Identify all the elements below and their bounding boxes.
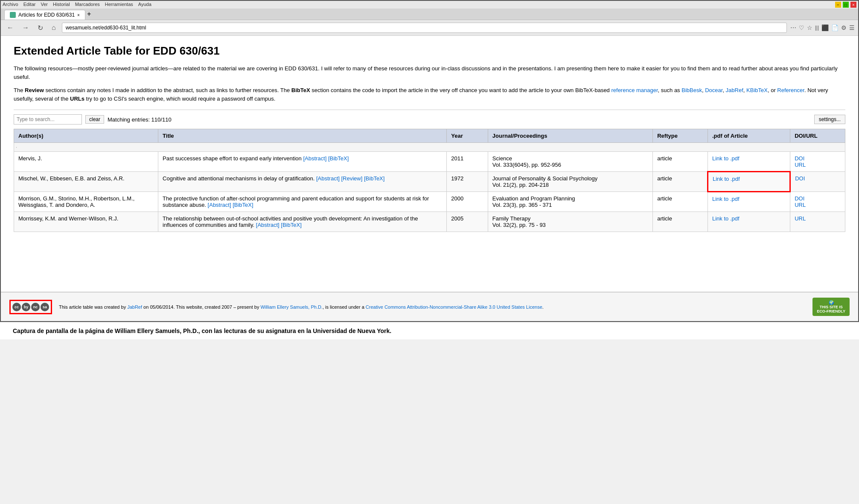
- doi-link-doi[interactable]: DOI: [795, 155, 804, 162]
- hamburger-icon[interactable]: ☰: [849, 24, 855, 31]
- header-title: Title: [158, 129, 447, 143]
- table-row: Morrissey, K.M. and Werner-Wilson, R.J.T…: [14, 212, 845, 232]
- cell-journal: Journal of Personality & Social Psycholo…: [488, 172, 652, 192]
- navigation-bar: ← → ↻ ⌂ ⋯ ♡ ☆ ||| ⬛ 📄 ⚙ ☰: [1, 20, 858, 36]
- pdf-link[interactable]: Link to .pdf: [712, 196, 740, 202]
- title-link-bibtex[interactable]: [BibTeX]: [233, 202, 253, 208]
- search-input[interactable]: [14, 114, 82, 125]
- cell-year: 2000: [447, 192, 488, 212]
- cell-author: Mervis, J.: [14, 152, 158, 172]
- jabref-footer-link[interactable]: JabRef: [127, 304, 142, 310]
- cell-pdf: Link to .pdf: [708, 152, 790, 172]
- page-title: Extended Article Table for EDD 630/631: [14, 44, 845, 58]
- page-caption: Captura de pantalla de la página de Will…: [0, 322, 859, 339]
- creative-commons-badge: cc by nc sa: [9, 300, 52, 314]
- cell-year: 2005: [447, 212, 488, 232]
- pdf-link[interactable]: Link to .pdf: [713, 176, 740, 182]
- tab-title: Articles for EDD 630/631: [18, 12, 75, 18]
- doi-link-doi[interactable]: DOI: [795, 175, 805, 182]
- jabref-link[interactable]: JabRef: [726, 87, 743, 93]
- title-link-bibtex[interactable]: [BibTeX]: [364, 175, 384, 182]
- bibtex-bold: BibTeX: [291, 87, 310, 93]
- reader-icon[interactable]: |||: [815, 25, 819, 31]
- cell-reftype: article: [653, 152, 708, 172]
- eco-earth-icon: 🌍: [817, 300, 845, 305]
- header-journal: Journal/Proceedings: [488, 129, 652, 143]
- cell-author: Mischel, W., Ebbesen, E.B. and Zeiss, A.…: [14, 172, 158, 192]
- footer-text: This article table was created by JabRef…: [59, 304, 544, 310]
- cell-doi: DOI: [790, 172, 845, 192]
- cell-pdf: Link to .pdf: [708, 192, 790, 212]
- new-tab-button[interactable]: +: [85, 9, 93, 20]
- doi-link-url[interactable]: URL: [795, 162, 806, 168]
- title-link-review[interactable]: [Review]: [341, 175, 363, 182]
- doi-link-url[interactable]: URL: [795, 215, 806, 222]
- urls-bold: URLs: [70, 96, 84, 102]
- pdf-icon[interactable]: 📄: [831, 24, 839, 31]
- pdf-link[interactable]: Link to .pdf: [712, 215, 740, 222]
- url-bar[interactable]: [62, 23, 787, 33]
- minimize-button[interactable]: −: [835, 2, 841, 8]
- menu-ayuda[interactable]: Ayuda: [138, 2, 151, 8]
- cell-pdf: Link to .pdf: [708, 212, 790, 232]
- doi-link-url[interactable]: URL: [795, 202, 806, 208]
- cell-title: The protective function of after-school …: [158, 192, 447, 212]
- browser-window: Archivo Editar Ver Historial Marcadores …: [0, 0, 859, 322]
- title-link-abstract[interactable]: [Abstract]: [303, 155, 326, 162]
- review-bold: Review: [25, 87, 44, 93]
- cc-license-link[interactable]: Creative Commons Attribution-Noncommerci…: [366, 304, 542, 310]
- divider-1: [14, 110, 845, 110]
- reload-button[interactable]: ↻: [35, 23, 46, 33]
- cell-doi: URL: [790, 212, 845, 232]
- pocket-icon[interactable]: ♡: [799, 24, 804, 31]
- nc-icon: nc: [31, 303, 40, 311]
- doi-link-doi[interactable]: DOI: [795, 195, 804, 202]
- forward-button[interactable]: →: [20, 23, 32, 32]
- header-pdf: .pdf of Article: [708, 129, 790, 143]
- active-tab[interactable]: Articles for EDD 630/631 ×: [4, 10, 85, 20]
- docear-link[interactable]: Docear: [705, 87, 722, 93]
- settings-icon[interactable]: ⚙: [841, 24, 847, 31]
- bibbesk-link[interactable]: BibBesk: [681, 87, 702, 93]
- header-doi: DOI/URL: [790, 129, 845, 143]
- table-row: Morrison, G.M., Storino, M.H., Robertson…: [14, 192, 845, 212]
- menu-herramientas[interactable]: Herramientas: [105, 2, 133, 8]
- back-button[interactable]: ←: [4, 23, 16, 32]
- kbibtex-link[interactable]: KBibTeX: [746, 87, 768, 93]
- menu-archivo[interactable]: Archivo: [3, 2, 18, 8]
- title-link-abstract[interactable]: [Abstract]: [256, 222, 280, 228]
- reference-manager-link[interactable]: reference manager: [611, 87, 658, 93]
- menu-marcadores[interactable]: Marcadores: [75, 2, 100, 8]
- close-button[interactable]: ×: [850, 2, 856, 8]
- menu-historial[interactable]: Historial: [53, 2, 70, 8]
- bookmark-icon[interactable]: ☆: [807, 24, 812, 31]
- author-link[interactable]: William Ellery Samuels, Ph.D.: [260, 304, 322, 310]
- clear-button[interactable]: clear: [85, 115, 104, 124]
- menu-ver[interactable]: Ver: [41, 2, 48, 8]
- cell-journal: Evaluation and Program PlanningVol. 23(3…: [488, 192, 652, 212]
- maximize-button[interactable]: □: [843, 2, 849, 8]
- tab-close-button[interactable]: ×: [77, 13, 80, 17]
- search-bar: clear Matching entries: 110/110 settings…: [14, 114, 845, 125]
- cell-doi: DOIURL: [790, 192, 845, 212]
- screenshot-icon[interactable]: ⬛: [821, 24, 829, 31]
- menu-editar[interactable]: Editar: [23, 2, 36, 8]
- settings-button[interactable]: settings...: [814, 115, 845, 124]
- table-row: Mervis, J.Past successes shape effort to…: [14, 152, 845, 172]
- home-button[interactable]: ⌂: [49, 23, 58, 32]
- header-author: Author(s): [14, 129, 158, 143]
- referencer-link[interactable]: Referencer: [777, 87, 804, 93]
- title-link-bibtex[interactable]: [BibTeX]: [281, 222, 301, 228]
- title-link-abstract[interactable]: [Abstract]: [208, 202, 231, 208]
- menu-icon[interactable]: ⋯: [790, 24, 796, 31]
- title-link-abstract[interactable]: [Abstract]: [316, 175, 340, 182]
- cc-icon: cc: [12, 303, 21, 311]
- intro-paragraph-2: The Review sections contain any notes I …: [14, 86, 845, 103]
- cell-reftype: article: [653, 212, 708, 232]
- cell-title: Cognitive and attentional mechanisms in …: [158, 172, 447, 192]
- eco-friendly-badge: 🌍 THIS SITE IS ECO-FRIENDLY: [812, 298, 850, 316]
- table-row: Mischel, W., Ebbesen, E.B. and Zeiss, A.…: [14, 172, 845, 192]
- title-link-bibtex[interactable]: [BibTeX]: [328, 155, 349, 162]
- cell-reftype: article: [653, 172, 708, 192]
- pdf-link[interactable]: Link to .pdf: [712, 155, 740, 162]
